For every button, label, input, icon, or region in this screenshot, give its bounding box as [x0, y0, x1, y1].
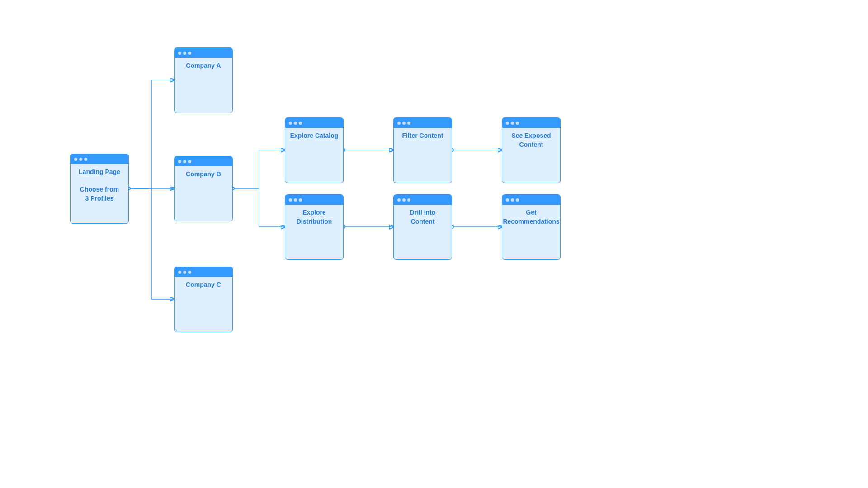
node-body-seeExposed: See Exposed Content — [502, 128, 560, 153]
node-header-companyC — [175, 267, 232, 277]
dot3 — [516, 122, 519, 125]
dot1 — [506, 198, 509, 202]
explore-distribution-label: Explore Distribution — [289, 208, 340, 226]
dot2 — [79, 158, 82, 161]
node-body-exploreDistribution: Explore Distribution — [285, 205, 343, 230]
see-exposed-line1: See Exposed — [511, 131, 551, 141]
company-c-label: Company C — [186, 281, 221, 290]
node-body-filterContent: Filter Content — [394, 128, 452, 144]
dot3 — [188, 160, 191, 163]
node-company-c[interactable]: Company C — [174, 267, 233, 332]
node-body-companyA: Company A — [175, 58, 232, 74]
node-body-companyB: Company B — [175, 166, 232, 183]
dot1 — [178, 52, 181, 55]
node-drill-into-content[interactable]: Drill into Content — [393, 194, 452, 260]
dot2 — [511, 198, 514, 202]
node-landing-page[interactable]: Landing Page Choose from 3 Profiles — [70, 154, 129, 224]
dot2 — [183, 160, 186, 163]
filter-content-label: Filter Content — [402, 131, 443, 141]
dot2 — [511, 122, 514, 125]
node-body-getRecommendations: Get Recommendations — [502, 205, 560, 230]
node-header-getRecommendations — [502, 195, 560, 205]
node-header-seeExposed — [502, 118, 560, 128]
company-a-label: Company A — [186, 61, 221, 70]
dot1 — [397, 122, 401, 125]
dot3 — [516, 198, 519, 202]
node-header-companyA — [175, 48, 232, 58]
node-filter-content[interactable]: Filter Content — [393, 117, 452, 183]
get-recommendations-line2: Recommendations — [503, 217, 559, 226]
dot3 — [299, 122, 302, 125]
node-see-exposed-content[interactable]: See Exposed Content — [502, 117, 561, 183]
node-body-exploreCatalog: Explore Catalog — [285, 128, 343, 144]
line-landing-companyA — [129, 80, 174, 188]
node-header-landing — [71, 154, 128, 164]
line-landing-companyC — [129, 188, 174, 299]
node-explore-catalog[interactable]: Explore Catalog — [285, 117, 344, 183]
dot2 — [183, 52, 186, 55]
get-recommendations-line1: Get — [503, 208, 559, 217]
diagram-container: Landing Page Choose from 3 Profiles Comp… — [0, 0, 868, 488]
dot3 — [84, 158, 87, 161]
landing-line3: 3 Profiles — [79, 194, 120, 203]
node-company-a[interactable]: Company A — [174, 47, 233, 113]
drill-into-content-label: Drill into Content — [397, 208, 448, 226]
node-header-companyB — [175, 156, 232, 166]
landing-line1: Landing Page — [79, 168, 120, 177]
dot1 — [289, 122, 292, 125]
node-body-companyC: Company C — [175, 277, 232, 293]
dot1 — [289, 198, 292, 202]
node-header-exploreDistribution — [285, 195, 343, 205]
dot1 — [74, 158, 77, 161]
dot3 — [299, 198, 302, 202]
dot2 — [294, 122, 297, 125]
dot1 — [178, 160, 181, 163]
node-header-filterContent — [394, 118, 452, 128]
dot3 — [407, 122, 410, 125]
see-exposed-line2: Content — [511, 141, 551, 150]
node-body-drillIntoContent: Drill into Content — [394, 205, 452, 230]
dot2 — [294, 198, 297, 202]
landing-line2: Choose from — [79, 185, 120, 194]
node-body-landing: Landing Page Choose from 3 Profiles — [71, 164, 128, 206]
node-header-drillIntoContent — [394, 195, 452, 205]
company-b-label: Company B — [186, 170, 221, 179]
dot2 — [402, 198, 406, 202]
dot1 — [506, 122, 509, 125]
node-header-exploreCatalog — [285, 118, 343, 128]
dot3 — [188, 52, 191, 55]
node-explore-distribution[interactable]: Explore Distribution — [285, 194, 344, 260]
dot3 — [407, 198, 410, 202]
dot1 — [397, 198, 401, 202]
node-company-b[interactable]: Company B — [174, 156, 233, 221]
dot3 — [188, 271, 191, 274]
dot2 — [183, 271, 186, 274]
dot2 — [402, 122, 406, 125]
explore-catalog-label: Explore Catalog — [290, 131, 339, 141]
dot1 — [178, 271, 181, 274]
node-get-recommendations[interactable]: Get Recommendations — [502, 194, 561, 260]
